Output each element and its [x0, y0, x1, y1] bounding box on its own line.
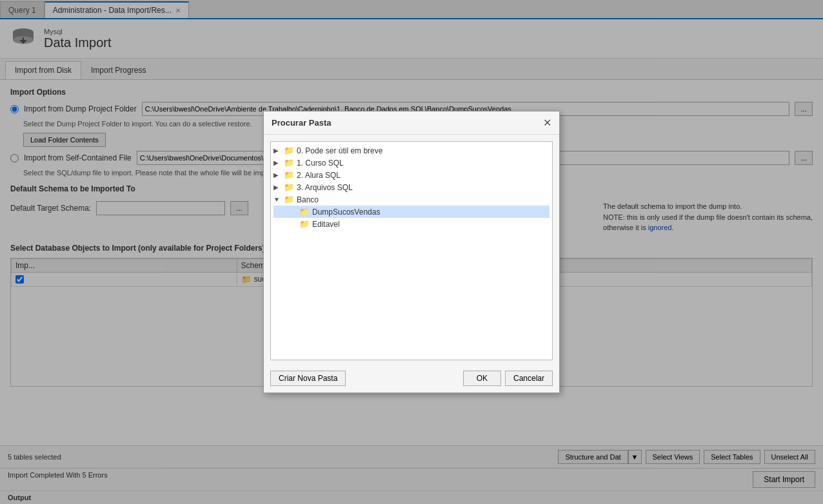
tree-label-editavel: Editavel — [312, 220, 340, 229]
folder-icon-editavel: 📁 — [299, 219, 310, 229]
folder-icon-banco: 📁 — [284, 195, 294, 204]
tree-label-banco: Banco — [297, 195, 319, 204]
tree-arrow-1: ▶ — [273, 159, 284, 166]
tree-arrow-2: ▶ — [273, 171, 284, 179]
folder-icon-3: 📁 — [284, 182, 294, 192]
tree-arrow-3: ▶ — [273, 184, 284, 191]
dialog-title: Procurar Pasta — [272, 118, 332, 128]
tree-label-0: 0. Pode ser útil em breve — [297, 146, 382, 155]
tree-arrow-0: ▶ — [273, 147, 284, 154]
tree-label-1: 1. Curso SQL — [297, 159, 344, 168]
dialog-ok-cancel-group: OK Cancelar — [463, 371, 553, 386]
dialog-title-bar: Procurar Pasta ✕ — [264, 111, 559, 135]
tree-label-2: 2. Alura SQL — [297, 171, 341, 180]
tree-item-0[interactable]: ▶ 📁 0. Pode ser útil em breve — [273, 144, 550, 157]
tree-item-1[interactable]: ▶ 📁 1. Curso SQL — [273, 157, 550, 169]
tree-arrow-banco: ▼ — [273, 196, 284, 203]
folder-icon-2: 📁 — [284, 170, 294, 180]
dialog-bottom-bar: Criar Nova Pasta OK Cancelar — [264, 367, 559, 393]
tree-item-2[interactable]: ▶ 📁 2. Alura SQL — [273, 169, 550, 181]
tree-item-3[interactable]: ▶ 📁 3. Arquivos SQL — [273, 181, 550, 193]
folder-icon-dump: 📁 — [299, 207, 310, 217]
new-folder-button[interactable]: Criar Nova Pasta — [270, 371, 346, 386]
dialog-ok-button[interactable]: OK — [463, 371, 501, 386]
dialog-tree-wrapper: ▶ 📁 0. Pode ser útil em breve ▶ 📁 1. Cur… — [264, 141, 559, 360]
dialog-tree-area[interactable]: ▶ 📁 0. Pode ser útil em breve ▶ 📁 1. Cur… — [270, 141, 553, 360]
tree-item-banco[interactable]: ▼ 📁 Banco — [273, 193, 550, 206]
tree-item-dump[interactable]: ▶ 📁 DumpSucosVendas — [273, 206, 550, 218]
tree-label-3: 3. Arquivos SQL — [297, 183, 353, 192]
folder-browser-dialog: Procurar Pasta ✕ ▶ 📁 0. Pode ser útil em… — [263, 111, 560, 393]
tree-label-dump: DumpSucosVendas — [312, 208, 380, 217]
tree-item-editavel[interactable]: ▶ 📁 Editavel — [273, 218, 550, 230]
dialog-overlay: Procurar Pasta ✕ ▶ 📁 0. Pode ser útil em… — [0, 0, 823, 504]
dialog-cancel-button[interactable]: Cancelar — [505, 371, 553, 386]
folder-icon-1: 📁 — [284, 158, 294, 168]
folder-icon-0: 📁 — [284, 146, 294, 155]
dialog-close-button[interactable]: ✕ — [543, 117, 551, 129]
